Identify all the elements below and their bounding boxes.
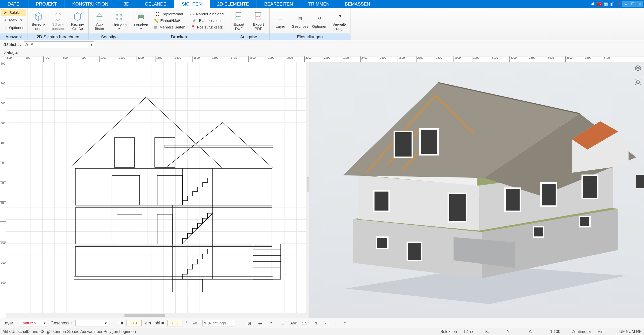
mark-button[interactable]: ✦Mark. ▾ [1, 17, 26, 24]
svg-point-7 [116, 18, 118, 20]
svg-rect-69 [374, 191, 389, 211]
phi-input[interactable] [167, 320, 182, 326]
tab-trimmen[interactable]: TRIMMEN [301, 0, 337, 8]
main-menubar: DATEI PROJEKT KONSTRUKTION 3D GELÄNDE SI… [0, 0, 644, 8]
bottom-toolbar: Layer : Konturen▾ Geschoss : ▾ l = cm ph… [0, 318, 644, 328]
pin-icon: 📍 [190, 25, 196, 30]
tab-projekt[interactable]: PROJEKT [28, 0, 65, 8]
tool-icon-4[interactable]: ◧ [609, 1, 615, 7]
layer-button[interactable]: ☰Layer [271, 9, 290, 33]
rechngroesse-button[interactable]: Rechn+ Größe [68, 9, 87, 33]
svg-rect-77 [580, 217, 590, 227]
export-pdf-button[interactable]: PDF Export PDF [249, 9, 268, 33]
svg-rect-30 [112, 175, 140, 205]
tab-bearbeiten[interactable]: BEARBEITEN [257, 0, 301, 8]
tool-icon-1[interactable]: ✖ [590, 1, 596, 7]
info-dagger-icon[interactable]: ‡ [341, 320, 348, 326]
svg-rect-67 [394, 132, 412, 157]
tool-icon-2[interactable]: 🧰 [596, 1, 602, 7]
storey-icon: ▤ [295, 13, 305, 23]
selekt-button[interactable]: ➤Selekt [1, 9, 26, 16]
align-left-icon[interactable]: ≡ [268, 320, 275, 326]
l-label: l = [118, 321, 123, 326]
svg-rect-29 [157, 214, 172, 244]
tab-konstruktion[interactable]: KONSTRUKTION [65, 0, 116, 8]
status-z: Z: [529, 329, 544, 334]
gear-icon: ⚙ [314, 13, 325, 23]
group-label-sichten: 2D-Sichten berechnen [27, 34, 88, 40]
svg-rect-18 [75, 244, 272, 247]
side-panel-handle[interactable] [636, 175, 644, 188]
close-button[interactable]: ✕ [636, 1, 643, 7]
house-3d [309, 62, 644, 309]
svg-rect-41 [253, 244, 281, 279]
svg-rect-11 [139, 18, 143, 20]
help-icon[interactable]: ❓ [616, 1, 622, 7]
svg-rect-20 [75, 205, 272, 208]
optionen2-button[interactable]: ⚙Optionen [310, 9, 329, 33]
berechnen-button[interactable]: Berech- nen [29, 9, 48, 33]
svg-marker-2 [55, 13, 61, 21]
manage-icon: 🗂 [334, 11, 345, 21]
house-break-icon [94, 11, 105, 21]
status-bar: Mit <Umschalt> und <Strg> können Sie die… [0, 328, 644, 335]
ribbon: ➤Selekt ✦Mark. ▾ ＋Optionen Auswahl Berec… [0, 8, 644, 40]
tab-datei[interactable]: DATEI [0, 0, 28, 8]
tab-bemassen[interactable]: BEMASSEN [337, 0, 378, 8]
l-unit: cm [145, 321, 151, 326]
frame-icon[interactable]: ▭ [323, 320, 331, 326]
anpassen-button[interactable]: 3D an- passen [49, 9, 67, 33]
chevron-down-icon: ▾ [90, 42, 92, 47]
papierformat-button[interactable]: ⛶Papierformat [151, 11, 187, 17]
geschoss-dropdown[interactable]: ▾ [75, 320, 108, 326]
pane-3d-view[interactable] [309, 62, 644, 318]
mehrere-button[interactable]: ▤Mehrere Seiten [151, 24, 187, 31]
geschoss-button[interactable]: ▤Geschoss [291, 9, 309, 33]
scrollbar-horizontal[interactable] [6, 313, 306, 318]
minimize-button[interactable]: – [622, 1, 629, 7]
posreset-button[interactable]: 📍Pos zurücksetz. [188, 24, 226, 31]
export-dxf-button[interactable]: DXF Export DXF [230, 9, 248, 33]
view-dropdown[interactable]: A--A▾ [24, 41, 94, 48]
tab-2delemente[interactable]: 2D-ELEMENTE [210, 0, 257, 8]
tab-sichten[interactable]: SICHTEN [174, 0, 210, 8]
einfuegen-button[interactable]: Einfügen▾ [110, 9, 128, 33]
hatch-icon[interactable]: ▨ [245, 320, 253, 326]
svg-rect-71 [505, 188, 520, 211]
text-label-icon[interactable]: Abc [290, 320, 297, 326]
raender-button[interactable]: ▭Ränder einblend. [188, 11, 226, 17]
svg-rect-73 [582, 175, 598, 198]
tab-gelaende[interactable]: GELÄNDE [137, 0, 174, 8]
restore-button[interactable]: ❐ [629, 1, 636, 7]
layer-value: Konturen [20, 321, 36, 325]
status-selection: Selektion [440, 329, 457, 334]
tab-3d[interactable]: 3D [116, 0, 137, 8]
l-input[interactable] [126, 320, 142, 326]
layers-toggle-icon[interactable] [633, 64, 643, 74]
blatt-button[interactable]: ◎Blatt position. [188, 18, 226, 24]
fill-icon[interactable]: ▬ [256, 320, 264, 326]
insert-icon [114, 11, 124, 22]
optionen-button[interactable]: ＋Optionen [1, 24, 26, 31]
paper-icon: ⛶ [155, 12, 160, 17]
orbit-icon[interactable] [633, 77, 643, 87]
layer-dropdown[interactable]: Konturen▾ [19, 320, 47, 326]
svg-point-81 [636, 81, 639, 84]
pane-splitter[interactable] [306, 62, 309, 318]
status-unit: Zentimeter [572, 329, 591, 334]
dl-input[interactable] [202, 320, 235, 326]
dim-12-icon[interactable]: 1.2 [301, 320, 308, 326]
crop-icon[interactable]: ⧈ [312, 320, 319, 326]
mark-icon: ✦ [3, 18, 8, 23]
einheit-button[interactable]: 📏Einheit/Maßst. [151, 18, 187, 24]
tool-icon-3[interactable]: ▦ [603, 1, 609, 7]
pages-icon: ▤ [153, 25, 158, 30]
pane-2d-section[interactable] [6, 62, 306, 318]
svg-rect-10 [139, 13, 143, 15]
angle-stepper[interactable]: ▴▾ [191, 320, 199, 326]
svg-point-5 [116, 14, 118, 16]
align-center-icon[interactable]: ≣ [279, 320, 286, 326]
aufloesen-button[interactable]: Auf- lösen [90, 9, 109, 33]
drucken-button[interactable]: Drucken▾ [132, 9, 150, 33]
verwaltung-button[interactable]: 🗂Verwalt- ung [330, 9, 349, 33]
